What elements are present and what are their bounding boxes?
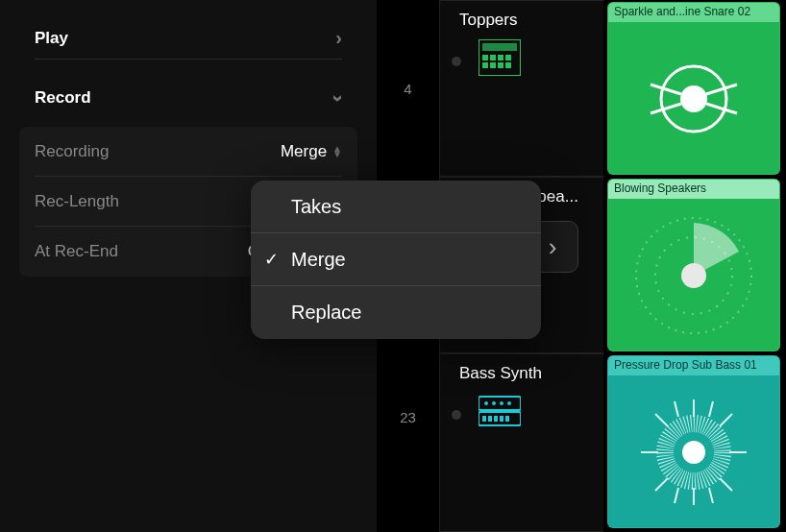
clip-cell-blowing-speakers[interactable]: Blowing Speakers xyxy=(607,179,780,351)
loop-burst-icon xyxy=(608,375,779,528)
svg-rect-1 xyxy=(482,43,517,51)
svg-point-12 xyxy=(484,401,488,405)
track-name-label: Bass Synth xyxy=(459,364,542,383)
checkmark-icon: ✓ xyxy=(264,249,279,270)
svg-point-39 xyxy=(682,441,705,464)
svg-line-36 xyxy=(709,401,713,417)
svg-rect-8 xyxy=(498,62,504,68)
track-header-toppers[interactable]: Toppers xyxy=(440,0,603,177)
svg-line-37 xyxy=(675,488,678,503)
option-label: Merge xyxy=(291,249,346,271)
svg-line-35 xyxy=(675,401,678,417)
drum-machine-icon xyxy=(479,39,521,76)
svg-point-25 xyxy=(681,263,706,288)
svg-line-31 xyxy=(655,414,668,426)
record-label: Record xyxy=(35,88,91,108)
svg-rect-9 xyxy=(505,62,511,68)
clip-cell-sparkle-snare[interactable]: Sparkle and...ine Snare 02 xyxy=(607,2,780,175)
svg-point-15 xyxy=(507,401,511,405)
popover-option-replace[interactable]: Replace xyxy=(251,286,541,339)
recording-mode-popover: Takes ✓ Merge Replace xyxy=(251,181,541,339)
svg-point-14 xyxy=(500,401,504,405)
svg-rect-2 xyxy=(482,55,488,60)
recording-mode-label: Recording xyxy=(35,142,110,161)
svg-rect-19 xyxy=(500,416,504,422)
svg-rect-5 xyxy=(505,55,511,60)
clip-title: Pressure Drop Sub Bass 01 xyxy=(608,356,779,375)
svg-point-22 xyxy=(680,85,707,112)
chevron-right-icon: › xyxy=(335,27,342,49)
svg-line-38 xyxy=(709,488,713,503)
gutter-number: 4 xyxy=(377,81,439,97)
option-label: Takes xyxy=(291,196,341,218)
svg-line-33 xyxy=(720,414,732,426)
svg-rect-3 xyxy=(490,55,496,60)
svg-rect-16 xyxy=(482,416,486,422)
clip-cell-pressure-drop[interactable]: Pressure Drop Sub Bass 01 xyxy=(607,355,780,528)
svg-rect-4 xyxy=(498,55,504,60)
chevron-down-icon: › xyxy=(328,94,350,102)
svg-rect-7 xyxy=(490,62,496,68)
play-section-header[interactable]: Play › xyxy=(35,17,342,60)
clip-title: Blowing Speakers xyxy=(608,180,779,199)
track-name-label: Toppers xyxy=(459,11,517,30)
at-rec-end-label: At Rec-End xyxy=(35,242,118,261)
loop-radar-icon xyxy=(608,199,779,351)
gutter-number: 23 xyxy=(377,409,439,425)
svg-point-13 xyxy=(492,401,496,405)
record-section-header[interactable]: Record › xyxy=(35,77,342,119)
svg-rect-18 xyxy=(494,416,498,422)
svg-line-32 xyxy=(720,478,732,491)
recording-mode-row[interactable]: Recording Merge ▲▼ xyxy=(35,127,342,177)
synth-rack-icon xyxy=(479,393,521,429)
rec-length-label: Rec-Length xyxy=(35,192,119,211)
svg-rect-17 xyxy=(488,416,492,422)
track-header-bass-synth[interactable]: Bass Synth xyxy=(440,353,603,532)
chevron-right-icon: › xyxy=(549,232,557,262)
option-label: Replace xyxy=(291,302,361,324)
track-status-dot xyxy=(452,410,461,420)
track-status-dot xyxy=(452,57,461,66)
svg-rect-20 xyxy=(505,416,509,422)
popover-option-takes[interactable]: Takes xyxy=(251,181,541,233)
loop-waveform-icon xyxy=(608,22,779,175)
svg-rect-6 xyxy=(482,62,488,68)
svg-line-34 xyxy=(655,478,668,491)
popover-option-merge[interactable]: ✓ Merge xyxy=(251,233,541,286)
play-label: Play xyxy=(35,29,68,48)
clip-title: Sparkle and...ine Snare 02 xyxy=(608,3,779,22)
recording-mode-value: Merge xyxy=(281,142,327,161)
stepper-icon: ▲▼ xyxy=(332,146,342,157)
